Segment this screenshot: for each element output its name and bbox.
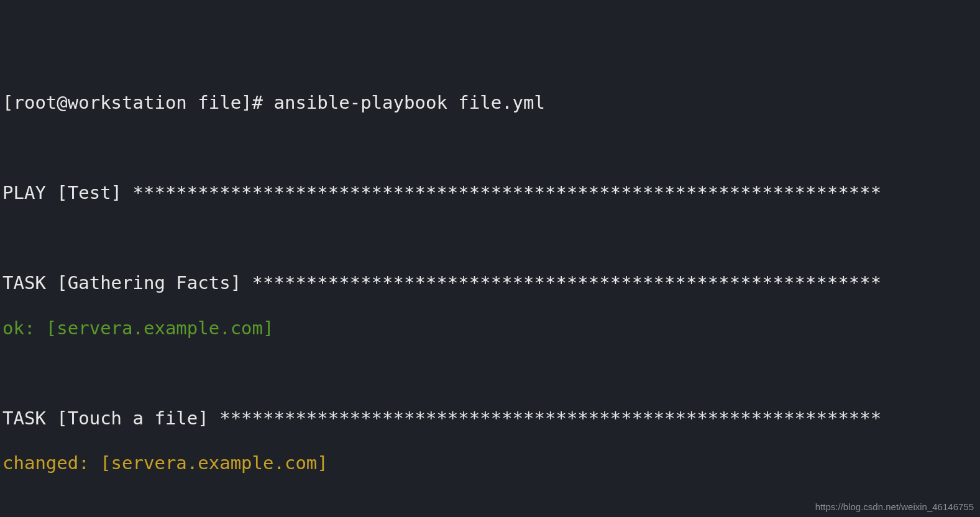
blank-line [2,227,980,249]
prompt-line: [root@workstation file]# ansible-playboo… [2,91,980,114]
blank-line [2,362,980,384]
task-header-touch-file: TASK [Touch a file] ********************… [2,407,980,429]
blank-line [2,137,980,159]
task-result-changed: changed: [servera.example.com] [2,452,980,474]
task-header-gathering-facts: TASK [Gathering Facts] *****************… [2,272,980,294]
task-result-ok: ok: [servera.example.com] [2,317,980,339]
watermark: https://blog.csdn.net/weixin_46146755 [815,501,974,513]
play-header: PLAY [Test] ****************************… [2,181,980,204]
